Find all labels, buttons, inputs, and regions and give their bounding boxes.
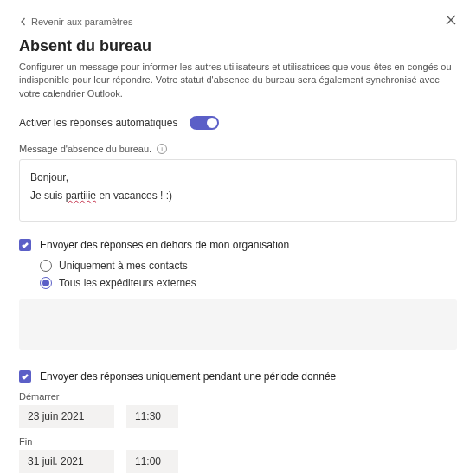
close-button[interactable] — [445, 14, 457, 29]
message-line-2: Je suis partiiie en vacances ! :) — [30, 187, 446, 204]
time-period-checkbox[interactable] — [19, 370, 31, 383]
checkmark-icon — [21, 372, 29, 381]
radio-all-label: Tous les expéditeurs externes — [59, 277, 196, 289]
start-time-field[interactable]: 11:30 — [126, 405, 178, 428]
external-message-input[interactable] — [19, 299, 457, 350]
ooo-message-input[interactable]: Bonjour, Je suis partiiie en vacances ! … — [19, 159, 457, 222]
toggle-knob — [207, 118, 217, 128]
back-label: Revenir aux paramètres — [31, 16, 132, 27]
external-replies-label: Envoyer des réponses en dehors de mon or… — [40, 239, 289, 251]
message-field-label: Message d'absence du bureau. — [19, 144, 151, 154]
checkmark-icon — [21, 241, 29, 249]
close-icon — [445, 14, 457, 26]
radio-contacts-label: Uniquement à mes contacts — [59, 260, 188, 272]
page-title: Absent du bureau — [19, 37, 457, 55]
page-description: Configurer un message pour informer les … — [19, 61, 457, 100]
start-date-field[interactable]: 23 juin 2021 — [19, 405, 114, 428]
auto-reply-toggle-label: Activer les réponses automatiques — [19, 117, 177, 129]
spelling-error: partiiie — [66, 190, 96, 202]
back-to-settings[interactable]: Revenir aux paramètres — [19, 16, 132, 27]
end-label: Fin — [19, 436, 457, 447]
auto-reply-toggle[interactable] — [190, 116, 219, 130]
time-period-label: Envoyer des réponses uniquement pendant … — [40, 370, 336, 383]
end-time-field[interactable]: 11:00 — [126, 450, 178, 473]
radio-contacts-only[interactable] — [40, 260, 52, 272]
radio-all-external[interactable] — [40, 277, 52, 289]
message-line-1: Bonjour, — [30, 169, 446, 186]
external-replies-checkbox[interactable] — [19, 239, 31, 251]
info-icon[interactable]: i — [157, 144, 167, 154]
start-label: Démarrer — [19, 391, 457, 402]
end-date-field[interactable]: 31 juil. 2021 — [19, 450, 114, 473]
chevron-left-icon — [19, 17, 28, 26]
